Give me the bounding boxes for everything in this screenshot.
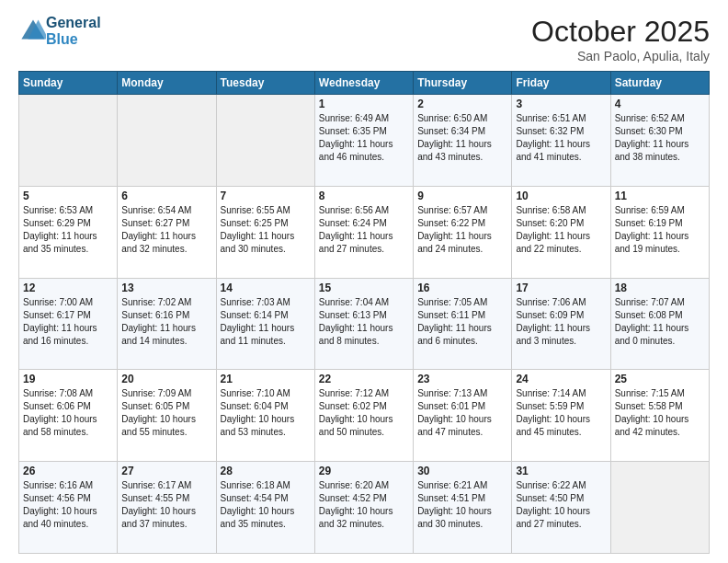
day-info: Sunrise: 7:12 AM Sunset: 6:02 PM Dayligh… xyxy=(319,387,409,439)
logo-general: General xyxy=(46,15,101,31)
col-header-thursday: Thursday xyxy=(414,72,512,95)
day-info: Sunrise: 6:20 AM Sunset: 4:52 PM Dayligh… xyxy=(319,479,409,531)
week-row-2: 5Sunrise: 6:53 AM Sunset: 6:29 PM Daylig… xyxy=(19,186,710,278)
day-info: Sunrise: 7:09 AM Sunset: 6:05 PM Dayligh… xyxy=(121,387,211,439)
day-number: 12 xyxy=(23,282,113,294)
day-number: 6 xyxy=(121,190,211,202)
calendar-cell: 25Sunrise: 7:15 AM Sunset: 5:58 PM Dayli… xyxy=(610,370,709,462)
day-number: 24 xyxy=(516,373,606,385)
day-number: 9 xyxy=(417,190,507,202)
calendar-body: 1Sunrise: 6:49 AM Sunset: 6:35 PM Daylig… xyxy=(19,95,710,554)
logo-blue: Blue xyxy=(46,31,101,48)
day-info: Sunrise: 6:57 AM Sunset: 6:22 PM Dayligh… xyxy=(417,204,507,256)
day-number: 4 xyxy=(615,98,705,110)
day-number: 21 xyxy=(221,373,311,385)
day-number: 27 xyxy=(121,465,211,477)
day-number: 19 xyxy=(23,373,113,385)
calendar-cell: 5Sunrise: 6:53 AM Sunset: 6:29 PM Daylig… xyxy=(19,186,118,278)
day-number: 13 xyxy=(121,282,211,294)
calendar-cell xyxy=(118,95,216,187)
day-info: Sunrise: 6:55 AM Sunset: 6:25 PM Dayligh… xyxy=(221,204,311,256)
calendar-cell: 6Sunrise: 6:54 AM Sunset: 6:27 PM Daylig… xyxy=(118,186,216,278)
day-number: 31 xyxy=(516,465,606,477)
day-number: 17 xyxy=(516,282,606,294)
day-info: Sunrise: 6:49 AM Sunset: 6:35 PM Dayligh… xyxy=(319,112,409,164)
calendar-cell xyxy=(216,95,314,187)
day-info: Sunrise: 7:10 AM Sunset: 6:04 PM Dayligh… xyxy=(221,387,311,439)
day-info: Sunrise: 6:22 AM Sunset: 4:50 PM Dayligh… xyxy=(516,479,606,531)
location: San Paolo, Apulia, Italy xyxy=(531,49,710,63)
day-number: 7 xyxy=(221,190,311,202)
calendar-cell: 23Sunrise: 7:13 AM Sunset: 6:01 PM Dayli… xyxy=(414,370,512,462)
day-info: Sunrise: 6:53 AM Sunset: 6:29 PM Dayligh… xyxy=(23,204,113,256)
day-number: 14 xyxy=(221,282,311,294)
calendar-cell: 4Sunrise: 6:52 AM Sunset: 6:30 PM Daylig… xyxy=(610,95,709,187)
col-header-tuesday: Tuesday xyxy=(216,72,314,95)
calendar-cell: 15Sunrise: 7:04 AM Sunset: 6:13 PM Dayli… xyxy=(314,278,413,370)
calendar-cell: 7Sunrise: 6:55 AM Sunset: 6:25 PM Daylig… xyxy=(216,186,314,278)
day-info: Sunrise: 7:13 AM Sunset: 6:01 PM Dayligh… xyxy=(417,387,507,439)
day-info: Sunrise: 6:58 AM Sunset: 6:20 PM Dayligh… xyxy=(516,204,606,256)
day-info: Sunrise: 6:50 AM Sunset: 6:34 PM Dayligh… xyxy=(417,112,507,164)
calendar-cell: 28Sunrise: 6:18 AM Sunset: 4:54 PM Dayli… xyxy=(216,462,314,554)
week-row-1: 1Sunrise: 6:49 AM Sunset: 6:35 PM Daylig… xyxy=(19,95,710,187)
day-number: 2 xyxy=(417,98,507,110)
calendar-cell: 18Sunrise: 7:07 AM Sunset: 6:08 PM Dayli… xyxy=(610,278,709,370)
day-number: 16 xyxy=(417,282,507,294)
header: General Blue October 2025 San Paolo, Apu… xyxy=(18,15,710,63)
calendar-header-row: SundayMondayTuesdayWednesdayThursdayFrid… xyxy=(19,72,710,95)
calendar-cell: 20Sunrise: 7:09 AM Sunset: 6:05 PM Dayli… xyxy=(118,370,216,462)
calendar-cell: 19Sunrise: 7:08 AM Sunset: 6:06 PM Dayli… xyxy=(19,370,118,462)
day-number: 29 xyxy=(319,465,409,477)
day-number: 28 xyxy=(221,465,311,477)
calendar-cell: 16Sunrise: 7:05 AM Sunset: 6:11 PM Dayli… xyxy=(414,278,512,370)
calendar-cell: 31Sunrise: 6:22 AM Sunset: 4:50 PM Dayli… xyxy=(512,462,610,554)
day-info: Sunrise: 7:00 AM Sunset: 6:17 PM Dayligh… xyxy=(23,296,113,348)
calendar-cell: 2Sunrise: 6:50 AM Sunset: 6:34 PM Daylig… xyxy=(414,95,512,187)
day-number: 15 xyxy=(319,282,409,294)
day-number: 25 xyxy=(615,373,705,385)
day-number: 3 xyxy=(516,98,606,110)
day-info: Sunrise: 7:05 AM Sunset: 6:11 PM Dayligh… xyxy=(417,296,507,348)
week-row-4: 19Sunrise: 7:08 AM Sunset: 6:06 PM Dayli… xyxy=(19,370,710,462)
day-info: Sunrise: 6:59 AM Sunset: 6:19 PM Dayligh… xyxy=(615,204,705,256)
calendar-cell: 17Sunrise: 7:06 AM Sunset: 6:09 PM Dayli… xyxy=(512,278,610,370)
calendar-cell: 24Sunrise: 7:14 AM Sunset: 5:59 PM Dayli… xyxy=(512,370,610,462)
calendar-cell: 22Sunrise: 7:12 AM Sunset: 6:02 PM Dayli… xyxy=(314,370,413,462)
page: General Blue October 2025 San Paolo, Apu… xyxy=(0,0,728,563)
month-title: October 2025 xyxy=(531,15,710,49)
calendar-table: SundayMondayTuesdayWednesdayThursdayFrid… xyxy=(18,71,710,554)
day-info: Sunrise: 6:54 AM Sunset: 6:27 PM Dayligh… xyxy=(121,204,211,256)
day-info: Sunrise: 7:03 AM Sunset: 6:14 PM Dayligh… xyxy=(221,296,311,348)
week-row-3: 12Sunrise: 7:00 AM Sunset: 6:17 PM Dayli… xyxy=(19,278,710,370)
day-info: Sunrise: 6:51 AM Sunset: 6:32 PM Dayligh… xyxy=(516,112,606,164)
day-info: Sunrise: 7:08 AM Sunset: 6:06 PM Dayligh… xyxy=(23,387,113,439)
day-number: 11 xyxy=(615,190,705,202)
day-info: Sunrise: 6:18 AM Sunset: 4:54 PM Dayligh… xyxy=(221,479,311,531)
week-row-5: 26Sunrise: 6:16 AM Sunset: 4:56 PM Dayli… xyxy=(19,462,710,554)
calendar-cell: 26Sunrise: 6:16 AM Sunset: 4:56 PM Dayli… xyxy=(19,462,118,554)
calendar-cell: 12Sunrise: 7:00 AM Sunset: 6:17 PM Dayli… xyxy=(19,278,118,370)
day-number: 8 xyxy=(319,190,409,202)
calendar-cell: 13Sunrise: 7:02 AM Sunset: 6:16 PM Dayli… xyxy=(118,278,216,370)
day-info: Sunrise: 7:14 AM Sunset: 5:59 PM Dayligh… xyxy=(516,387,606,439)
day-info: Sunrise: 7:07 AM Sunset: 6:08 PM Dayligh… xyxy=(615,296,705,348)
calendar-cell: 3Sunrise: 6:51 AM Sunset: 6:32 PM Daylig… xyxy=(512,95,610,187)
logo-icon xyxy=(20,18,46,40)
day-info: Sunrise: 6:21 AM Sunset: 4:51 PM Dayligh… xyxy=(417,479,507,531)
calendar-cell: 27Sunrise: 6:17 AM Sunset: 4:55 PM Dayli… xyxy=(118,462,216,554)
calendar-cell: 21Sunrise: 7:10 AM Sunset: 6:04 PM Dayli… xyxy=(216,370,314,462)
day-number: 22 xyxy=(319,373,409,385)
day-info: Sunrise: 7:04 AM Sunset: 6:13 PM Dayligh… xyxy=(319,296,409,348)
day-info: Sunrise: 6:16 AM Sunset: 4:56 PM Dayligh… xyxy=(23,479,113,531)
calendar-cell: 14Sunrise: 7:03 AM Sunset: 6:14 PM Dayli… xyxy=(216,278,314,370)
col-header-monday: Monday xyxy=(118,72,216,95)
day-number: 20 xyxy=(121,373,211,385)
day-info: Sunrise: 6:56 AM Sunset: 6:24 PM Dayligh… xyxy=(319,204,409,256)
day-number: 26 xyxy=(23,465,113,477)
day-info: Sunrise: 6:52 AM Sunset: 6:30 PM Dayligh… xyxy=(615,112,705,164)
col-header-wednesday: Wednesday xyxy=(314,72,413,95)
calendar-cell: 1Sunrise: 6:49 AM Sunset: 6:35 PM Daylig… xyxy=(314,95,413,187)
calendar-cell: 8Sunrise: 6:56 AM Sunset: 6:24 PM Daylig… xyxy=(314,186,413,278)
day-number: 5 xyxy=(23,190,113,202)
